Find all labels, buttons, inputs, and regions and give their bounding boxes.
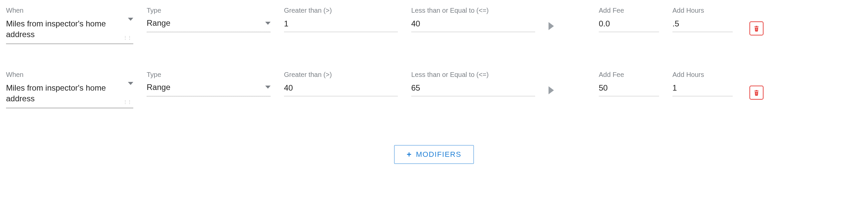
when-select[interactable]: Miles from inspector's home address ⋮⋮: [6, 18, 133, 44]
chevron-right-icon: [549, 86, 554, 94]
fee-label: Add Fee: [599, 71, 659, 79]
lte-label: Less than or Equal to (<=): [411, 71, 535, 79]
lte-label: Less than or Equal to (<=): [411, 7, 535, 14]
chevron-down-icon: [128, 18, 133, 21]
trash-icon: [753, 89, 760, 96]
greater-than-input[interactable]: [284, 18, 398, 32]
less-than-equal-input[interactable]: [411, 18, 535, 32]
when-value: Miles from inspector's home address: [6, 18, 124, 41]
trash-icon: [753, 25, 760, 32]
delete-row-button[interactable]: [749, 22, 764, 35]
modifier-row: When Miles from inspector's home address…: [6, 7, 862, 44]
resize-handle-icon: ⋮⋮: [123, 35, 132, 40]
when-label: When: [6, 71, 133, 79]
plus-icon: +: [407, 150, 412, 158]
greater-than-input[interactable]: [284, 82, 398, 96]
less-than-equal-input[interactable]: [411, 82, 535, 96]
type-label: Type: [147, 7, 271, 14]
when-label: When: [6, 7, 133, 14]
type-value: Range: [147, 82, 170, 92]
fee-label: Add Fee: [599, 7, 659, 14]
modifiers-button-label: MODIFIERS: [416, 150, 461, 159]
chevron-down-icon: [265, 85, 271, 88]
delete-row-button[interactable]: [749, 85, 764, 100]
add-hours-input[interactable]: [673, 82, 733, 96]
resize-handle-icon: ⋮⋮: [123, 100, 132, 104]
chevron-right-icon: [549, 22, 554, 30]
add-fee-input[interactable]: [599, 18, 659, 32]
when-select[interactable]: Miles from inspector's home address ⋮⋮: [6, 82, 133, 108]
chevron-down-icon: [128, 82, 133, 85]
add-modifiers-button[interactable]: + MODIFIERS: [394, 145, 473, 164]
type-label: Type: [147, 71, 271, 79]
modifier-row: When Miles from inspector's home address…: [6, 71, 862, 108]
hours-label: Add Hours: [673, 7, 733, 14]
when-value: Miles from inspector's home address: [6, 82, 124, 106]
gt-label: Greater than (>): [284, 71, 398, 79]
type-select[interactable]: Range: [147, 18, 271, 32]
gt-label: Greater than (>): [284, 7, 398, 14]
add-fee-input[interactable]: [599, 82, 659, 96]
add-hours-input[interactable]: [673, 18, 733, 32]
type-select[interactable]: Range: [147, 82, 271, 96]
chevron-down-icon: [265, 22, 271, 25]
hours-label: Add Hours: [673, 71, 733, 79]
type-value: Range: [147, 19, 170, 28]
